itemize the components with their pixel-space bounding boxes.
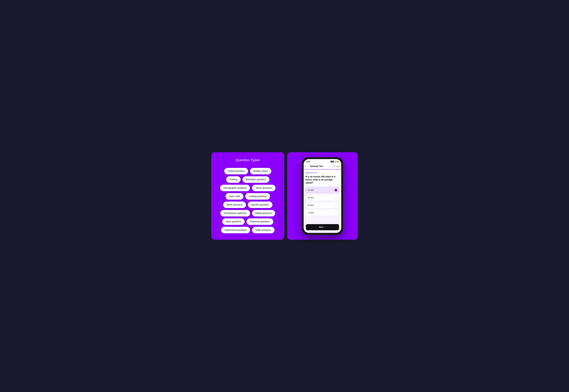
- option-label: 70 Mph: [308, 212, 314, 214]
- option-radio: [334, 189, 337, 191]
- tag-item[interactable]: Slider questions: [252, 227, 275, 233]
- option-label: 50 Mph: [308, 196, 314, 199]
- option-radio: [334, 211, 337, 214]
- option-item[interactable]: 60 Mph: [305, 202, 339, 208]
- tag-item[interactable]: Dichotomous questions: [220, 210, 250, 216]
- timer-value: 2:00: [336, 165, 339, 168]
- back-button[interactable]: ‹: [305, 165, 309, 168]
- tag-row: Dichotomous questionsRating questions: [220, 210, 275, 216]
- tag-item[interactable]: Motivation questions: [243, 176, 269, 183]
- panel-title: Question Types: [236, 158, 260, 162]
- tag-item[interactable]: Probing: [226, 176, 241, 183]
- tag-row: Matrix questionsSpecific questions: [223, 202, 272, 208]
- tag-item[interactable]: Leading questions: [245, 193, 270, 200]
- tag-row: Closed questionsMultiple choice: [224, 168, 271, 174]
- header-left: ‹ Aptitude Test: [305, 165, 323, 168]
- tag-row: Demographic questionsYes/no questions: [220, 185, 276, 191]
- tag-row: ProbingMotivation questions: [226, 176, 269, 183]
- tag-item[interactable]: Rating questions: [252, 210, 275, 216]
- tag-item[interactable]: Specific questions: [248, 202, 272, 208]
- header-timer: ⏱ 2:00: [333, 165, 339, 168]
- tag-item[interactable]: Open questions: [222, 218, 245, 225]
- tag-row: Hypothetical questionsSlider questions: [221, 227, 274, 233]
- right-panel: 9:41 ▋▋▋ 📶 ▮ ‹ Aptitude Test: [287, 152, 358, 240]
- tag-item[interactable]: Hypothetical questions: [221, 227, 250, 233]
- battery-icon: ▮: [337, 161, 338, 163]
- tag-item[interactable]: Closed questions: [224, 168, 248, 174]
- tag-item[interactable]: Demographic questions: [220, 185, 250, 191]
- phone-mockup: 9:41 ▋▋▋ 📶 ▮ ‹ Aptitude Test: [302, 157, 343, 235]
- tag-row: Likert scaleLeading questions: [225, 193, 270, 200]
- status-time: 9:41: [306, 161, 310, 163]
- wifi-icon: 📶: [335, 161, 337, 163]
- screen-content: Questions 1 of 4 If a car travels 200 mi…: [304, 169, 341, 233]
- options-list: 40 Mph50 Mph60 Mph70 Mph: [305, 187, 339, 216]
- timer-icon: ⏱: [333, 165, 335, 167]
- option-label: 60 Mph: [308, 204, 314, 206]
- back-icon: ‹: [307, 165, 308, 167]
- option-item[interactable]: 70 Mph: [305, 210, 339, 216]
- tag-item[interactable]: Multiple choice: [250, 168, 271, 174]
- tag-item[interactable]: Likert scale: [225, 193, 243, 200]
- next-button[interactable]: Next →: [306, 224, 339, 230]
- phone-screen: 9:41 ▋▋▋ 📶 ▮ ‹ Aptitude Test: [304, 159, 341, 233]
- tag-item[interactable]: Matrix questions: [223, 202, 246, 208]
- tags-container: Closed questionsMultiple choiceProbingMo…: [216, 168, 279, 233]
- left-panel: Question Types Closed questionsMultiple …: [211, 152, 284, 240]
- option-item[interactable]: 40 Mph: [305, 187, 339, 193]
- spacer: [305, 218, 339, 223]
- header-title: Aptitude Test: [310, 165, 323, 168]
- status-icons: ▋▋▋ 📶 ▮: [331, 161, 338, 163]
- question-text: If a car travels 200 miles in 4 hours, w…: [305, 175, 339, 184]
- app-header: ‹ Aptitude Test ⏱ 2:00: [304, 164, 341, 169]
- option-radio: [334, 204, 337, 207]
- main-container: Question Types Closed questionsMultiple …: [211, 152, 358, 240]
- status-bar: 9:41 ▋▋▋ 📶 ▮: [304, 159, 341, 164]
- tag-item[interactable]: Yes/no questions: [252, 185, 275, 191]
- tag-item[interactable]: Rhetorical questions: [247, 218, 273, 225]
- option-radio: [334, 196, 337, 199]
- tag-row: Open questionsRhetorical questions: [222, 218, 273, 225]
- question-count: Questions 1 of 4: [305, 172, 339, 173]
- signal-icon: ▋▋▋: [331, 161, 334, 163]
- option-label: 40 Mph: [308, 189, 314, 191]
- option-item[interactable]: 50 Mph: [305, 195, 339, 201]
